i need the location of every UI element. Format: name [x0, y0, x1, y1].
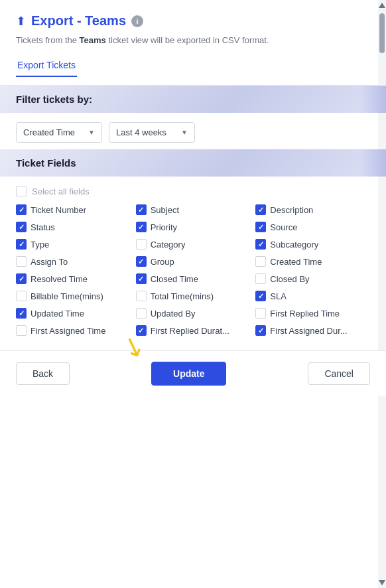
- tab-export-tickets[interactable]: Export Tickets: [16, 54, 77, 77]
- field-label-first_replied_durat: First Replied Durat...: [151, 326, 229, 336]
- checkbox-updated_by[interactable]: [136, 308, 147, 319]
- desc-suffix: ticket view will be exported in CSV form…: [106, 35, 269, 45]
- field-item-subcategory: Subcategory: [255, 239, 370, 250]
- field-label-sla: SLA: [270, 291, 287, 301]
- field-label-billable_time: Billable Time(mins): [31, 291, 103, 301]
- select-all-row: Select all fields: [16, 186, 370, 196]
- checkbox-category[interactable]: [136, 239, 147, 250]
- field-label-resolved_time: Resolved Time: [31, 274, 88, 284]
- checkbox-updated_time[interactable]: [16, 308, 27, 319]
- field-label-priority: Priority: [151, 222, 177, 232]
- field-item-ticket_number: Ticket Number: [16, 204, 131, 215]
- field-item-created_time: Created Time: [255, 256, 370, 267]
- field-label-total_time: Total Time(mins): [151, 291, 214, 301]
- page-title: Export - Teams: [31, 13, 126, 29]
- field-item-description: Description: [255, 204, 370, 215]
- field-item-subject: Subject: [136, 204, 251, 215]
- checkbox-priority[interactable]: [136, 222, 147, 232]
- scrollbar-up-arrow[interactable]: [379, 3, 385, 8]
- checkbox-source[interactable]: [255, 222, 266, 232]
- ticket-fields-header: Ticket Fields: [0, 149, 386, 177]
- checkbox-group[interactable]: [136, 256, 147, 267]
- checkbox-subject[interactable]: [136, 204, 147, 215]
- page-container: ⬆ Export - Teams i Tickets from the Team…: [0, 0, 386, 588]
- checkbox-created_time[interactable]: [255, 256, 266, 267]
- desc-prefix: Tickets from the: [16, 35, 80, 45]
- field-item-source: Source: [255, 222, 370, 232]
- filter-label: Filter tickets by:: [16, 94, 92, 105]
- checkbox-closed_by[interactable]: [255, 273, 266, 284]
- filter-period-dropdown[interactable]: Last 4 weeks ▼: [109, 122, 195, 143]
- tabs-container: Export Tickets: [16, 54, 370, 77]
- field-label-status: Status: [31, 222, 55, 232]
- checkbox-sla[interactable]: [255, 291, 266, 301]
- field-item-first_replied_durat: First Replied Durat...: [136, 325, 251, 336]
- field-label-closed_time: Closed Time: [151, 274, 198, 284]
- checkbox-description[interactable]: [255, 204, 266, 215]
- back-button[interactable]: Back: [16, 362, 70, 385]
- field-item-sla: SLA: [255, 291, 370, 301]
- fields-list: Ticket NumberSubjectDescriptionStatusPri…: [16, 204, 370, 336]
- fields-grid: Select all fields Ticket NumberSubjectDe…: [0, 177, 386, 345]
- field-item-priority: Priority: [136, 222, 251, 232]
- select-all-label: Select all fields: [32, 186, 90, 196]
- checkbox-closed_time[interactable]: [136, 273, 147, 284]
- filter-field-arrow: ▼: [88, 129, 95, 136]
- field-item-assign_to: Assign To: [16, 256, 131, 267]
- filter-period-value: Last 4 weeks: [116, 127, 166, 137]
- checkbox-first_assigned_time[interactable]: [16, 325, 27, 336]
- upload-icon: ⬆: [16, 14, 26, 29]
- field-item-closed_time: Closed Time: [136, 273, 251, 284]
- field-item-total_time: Total Time(mins): [136, 291, 251, 301]
- footer: ↘ Back Update Cancel: [0, 350, 386, 396]
- field-label-updated_by: Updated By: [151, 309, 196, 319]
- field-item-closed_by: Closed By: [255, 273, 370, 284]
- cancel-button[interactable]: Cancel: [308, 362, 370, 385]
- checkbox-type[interactable]: [16, 239, 27, 250]
- checkbox-first_replied_time[interactable]: [255, 308, 266, 319]
- header-title-row: ⬆ Export - Teams i: [16, 13, 370, 29]
- checkbox-first_assigned_dur[interactable]: [255, 325, 266, 336]
- filter-section-header: Filter tickets by:: [0, 86, 386, 113]
- field-item-group: Group: [136, 256, 251, 267]
- info-icon[interactable]: i: [131, 15, 143, 27]
- field-label-subject: Subject: [151, 205, 179, 215]
- checkbox-resolved_time[interactable]: [16, 273, 27, 284]
- checkbox-billable_time[interactable]: [16, 291, 27, 301]
- field-item-resolved_time: Resolved Time: [16, 273, 131, 284]
- checkbox-first_replied_durat[interactable]: [136, 325, 147, 336]
- checkbox-assign_to[interactable]: [16, 256, 27, 267]
- checkbox-total_time[interactable]: [136, 291, 147, 301]
- desc-bold: Teams: [80, 35, 106, 45]
- field-item-category: Category: [136, 239, 251, 250]
- field-item-updated_time: Updated Time: [16, 308, 131, 319]
- field-item-first_assigned_dur: First Assigned Dur...: [255, 325, 370, 336]
- ticket-fields-label: Ticket Fields: [16, 157, 76, 169]
- checkbox-ticket_number[interactable]: [16, 204, 27, 215]
- field-label-description: Description: [270, 205, 313, 215]
- field-label-category: Category: [151, 240, 186, 250]
- checkbox-subcategory[interactable]: [255, 239, 266, 250]
- field-label-assign_to: Assign To: [31, 257, 68, 267]
- field-label-created_time: Created Time: [270, 257, 322, 267]
- field-label-ticket_number: Ticket Number: [31, 205, 86, 215]
- checkbox-status[interactable]: [16, 222, 27, 232]
- filter-field-dropdown[interactable]: Created Time ▼: [16, 122, 102, 143]
- ticket-fields-section: Ticket Fields Select all fields Ticket N…: [0, 149, 386, 345]
- field-label-first_assigned_dur: First Assigned Dur...: [270, 326, 347, 336]
- update-button[interactable]: Update: [151, 362, 226, 386]
- scrollbar-down-arrow[interactable]: [379, 580, 385, 585]
- field-label-first_replied_time: First Replied Time: [270, 309, 340, 319]
- field-label-updated_time: Updated Time: [31, 309, 84, 319]
- field-item-first_assigned_time: First Assigned Time: [16, 325, 131, 336]
- scrollbar-thumb[interactable]: [379, 13, 385, 53]
- filter-period-arrow: ▼: [181, 129, 188, 136]
- field-label-subcategory: Subcategory: [270, 240, 318, 250]
- field-label-source: Source: [270, 222, 297, 232]
- select-all-checkbox[interactable]: [16, 186, 27, 196]
- filter-field-value: Created Time: [23, 127, 75, 137]
- field-label-group: Group: [151, 257, 174, 267]
- filter-dropdowns-container: Created Time ▼ Last 4 weeks ▼: [0, 113, 386, 149]
- header-description: Tickets from the Teams ticket view will …: [16, 35, 370, 45]
- field-item-type: Type: [16, 239, 131, 250]
